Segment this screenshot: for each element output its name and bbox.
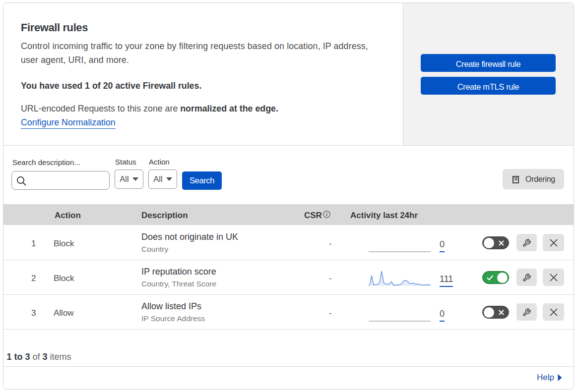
svg-text:i: i	[326, 212, 327, 217]
